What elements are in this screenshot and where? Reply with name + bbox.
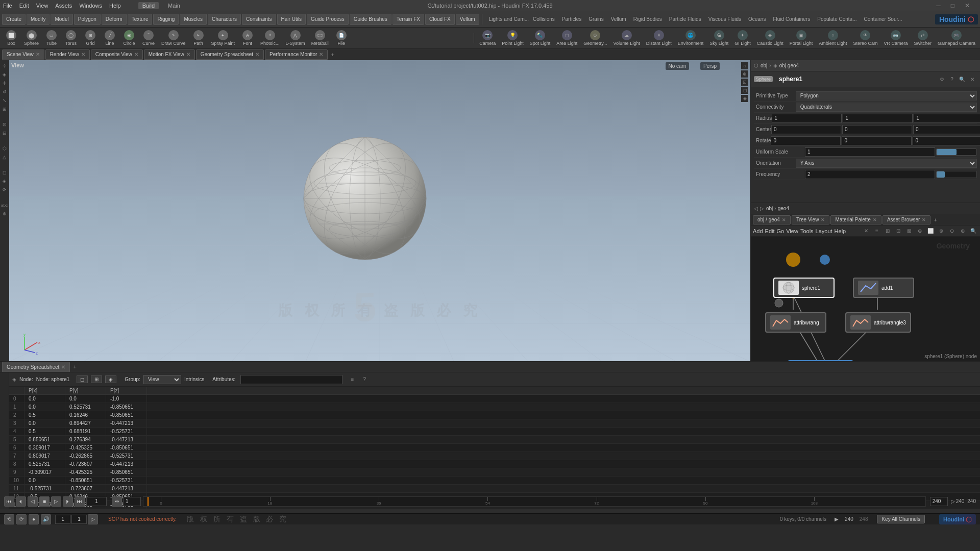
status-btn1[interactable]: ⟲ xyxy=(4,514,14,524)
maximize-btn[interactable]: □ xyxy=(951,2,954,9)
add-tab-btn[interactable]: + xyxy=(331,52,334,58)
tab-geometry-spreadsheet-top[interactable]: Geometry Spreadsheet ✕ xyxy=(196,49,264,60)
shelf-line[interactable]: ╱ Line xyxy=(101,29,119,47)
btn-play-reverse[interactable]: ◁ xyxy=(28,496,38,507)
shelf-portal[interactable]: ▣Portal Light xyxy=(787,29,816,47)
ne-tb-icon9[interactable]: ⊙ xyxy=(947,227,957,236)
tb-terrain[interactable]: Terrain FX xyxy=(393,14,424,25)
ss-icon-btn1[interactable]: ◻ xyxy=(77,375,88,383)
shelf-gamepad[interactable]: 🎮Gamepad Camera xyxy=(935,29,978,47)
ne-tb-search[interactable]: 🔍 xyxy=(969,227,978,236)
tb-characters[interactable]: Characters xyxy=(208,14,241,25)
vp-tb-zoom[interactable]: ⊕ xyxy=(741,70,748,78)
minimize-btn[interactable]: ─ xyxy=(936,2,941,9)
tb-deform[interactable]: Deform xyxy=(102,14,127,25)
ne-tb-icon1[interactable]: ✕ xyxy=(862,227,871,236)
radius-x-input[interactable] xyxy=(772,114,842,123)
vp-tb-frame[interactable]: ⊡ xyxy=(741,79,748,86)
ne-tb-icon10[interactable]: ⊕ xyxy=(958,227,967,236)
sidebar-select-icon[interactable]: ⊹ xyxy=(1,62,8,69)
shelf-arealight[interactable]: ◻Area Light xyxy=(554,29,580,47)
radius-z-input[interactable] xyxy=(914,114,980,123)
sidebar-misc3-icon[interactable]: ⟳ xyxy=(1,186,8,193)
ne-tab-close-2[interactable]: ✕ xyxy=(821,217,825,222)
vp-tb-shade[interactable]: ◈ xyxy=(741,95,748,102)
node-attribwrang1[interactable]: attribwrang xyxy=(765,312,826,333)
shelf-grid[interactable]: ⊞ Grid xyxy=(81,29,100,47)
node-sphere1[interactable]: sphere1 xyxy=(773,278,835,298)
tab-motion-fx[interactable]: Motion FX View ✕ xyxy=(144,49,195,60)
uniform-scale-input[interactable] xyxy=(805,147,935,157)
status-frame-start[interactable] xyxy=(55,515,70,524)
shelf-stereo[interactable]: 👁Stereo Cam xyxy=(850,29,880,47)
status-btn3[interactable]: ● xyxy=(29,514,39,524)
tb-guide-brushes[interactable]: Guide Brushes xyxy=(350,14,391,25)
tab-close-scene[interactable]: ✕ xyxy=(36,52,40,57)
shelf-sphere[interactable]: ⬤ Sphere xyxy=(21,29,41,47)
tab-close-render[interactable]: ✕ xyxy=(81,52,85,57)
vp-tb-home[interactable]: ⌂ xyxy=(741,62,748,69)
node-attribwrang3[interactable]: attribwrangle3 xyxy=(845,312,911,333)
tab-geometry-spreadsheet[interactable]: Geometry Spreadsheet ✕ xyxy=(2,362,70,372)
ss-icon-btn2[interactable]: ⊞ xyxy=(91,375,102,383)
ne-tb-icon7[interactable]: ⬜ xyxy=(926,227,935,236)
status-btn4[interactable]: 🔊 xyxy=(41,514,51,524)
tb-polygon[interactable]: Polygon xyxy=(74,14,101,25)
ne-tb-icon6[interactable]: ⊛ xyxy=(915,227,924,236)
ne-tab-asset-browser[interactable]: Asset Browser ✕ xyxy=(883,215,930,224)
tab-close-composite[interactable]: ✕ xyxy=(134,52,138,57)
tb-model[interactable]: Model xyxy=(51,14,72,25)
ne-tb-go[interactable]: Go xyxy=(777,228,785,234)
shelf-vollight[interactable]: ☁Volume Light xyxy=(611,29,643,47)
tb-texture[interactable]: Texture xyxy=(128,14,153,25)
ne-tb-icon2[interactable]: ≡ xyxy=(872,227,881,236)
shelf-caustic[interactable]: ◈Caustic Light xyxy=(754,29,786,47)
tb-constraints[interactable]: Constraints xyxy=(242,14,276,25)
shelf-draw-curve[interactable]: ✎ Draw Curve xyxy=(159,29,188,47)
shelf-tube[interactable]: ▭ Tube xyxy=(42,29,61,47)
rotate-z-input[interactable] xyxy=(913,136,980,145)
range-end-input[interactable] xyxy=(930,497,948,506)
sidebar-obj-icon[interactable]: ⬡ xyxy=(1,145,8,152)
ss-intrinsics-label[interactable]: Intrinsics xyxy=(184,377,204,382)
shelf-georef[interactable]: ⊙Geometry... xyxy=(581,29,609,47)
sidebar-view-icon[interactable]: ◈ xyxy=(1,71,8,78)
tb-cloud[interactable]: Cloud FX xyxy=(425,14,455,25)
menu-windows[interactable]: Windows xyxy=(79,3,102,9)
center-z-input[interactable] xyxy=(913,125,980,134)
vp-tb-wireframe[interactable]: ◻ xyxy=(741,87,748,94)
orientation-select[interactable]: Y Axis X Axis Z Axis xyxy=(796,159,977,168)
ne-tab-obj-geo4[interactable]: obj / geo4 ✕ xyxy=(753,215,791,224)
add-spreadsheet-tab[interactable]: + xyxy=(73,364,76,370)
shelf-metaball[interactable]: ⊂⊃ Metaball xyxy=(309,29,331,47)
tab-close-perfmon[interactable]: ✕ xyxy=(319,52,323,57)
tb-guide-process[interactable]: Guide Process xyxy=(307,14,349,25)
viewport-cam-btn[interactable]: No cam xyxy=(666,62,689,70)
ne-tb-edit[interactable]: Edit xyxy=(765,228,775,234)
btn-step-forward[interactable]: ⏵ xyxy=(63,496,73,507)
ss-col-px-header[interactable]: P[x] xyxy=(24,387,65,394)
tb-muscles[interactable]: Muscles xyxy=(180,14,207,25)
shelf-file[interactable]: 📄 File xyxy=(332,29,351,47)
shelf-spotlight[interactable]: 🔦Spot Light xyxy=(527,29,553,47)
menu-assets[interactable]: Assets xyxy=(55,3,72,9)
shelf-ambient[interactable]: ○Ambient Light xyxy=(816,29,849,47)
shelf-skylight[interactable]: 🌤Sky Light xyxy=(707,29,731,47)
shelf-font[interactable]: A Font xyxy=(238,29,257,47)
btn-step-back[interactable]: ⏴ xyxy=(16,496,26,507)
sidebar-translate-icon[interactable]: ✛ xyxy=(1,80,8,87)
node-search-icon[interactable]: 🔍 xyxy=(958,74,967,84)
tab-composite-view[interactable]: Composite View ✕ xyxy=(91,49,143,60)
close-btn[interactable]: ✕ xyxy=(965,2,970,9)
tab-close-motionfx[interactable]: ✕ xyxy=(186,52,190,57)
node-add1[interactable]: add1 xyxy=(853,278,914,298)
tb-vellum[interactable]: Vellum xyxy=(456,14,479,25)
connectivity-select[interactable]: Quadrilaterals Triangles xyxy=(796,103,977,112)
ss-attr-search[interactable] xyxy=(240,375,342,384)
timeline-ruler[interactable]: 0 18 36 54 72 90 108 xyxy=(143,496,926,507)
sidebar-misc1-icon[interactable]: ◻ xyxy=(1,169,8,176)
shelf-vrcam[interactable]: 🥽VR Camera xyxy=(881,29,910,47)
tb-rigging[interactable]: Rigging xyxy=(153,14,179,25)
ne-tb-add[interactable]: Add xyxy=(753,228,763,234)
sidebar-scale-icon[interactable]: ⤡ xyxy=(1,97,8,104)
